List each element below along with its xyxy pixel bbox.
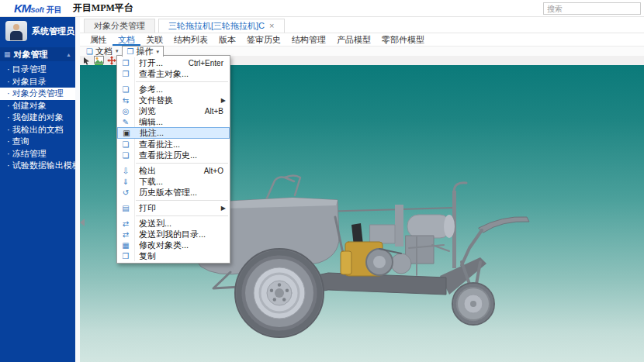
download-icon: ⇓ (119, 178, 132, 186)
sidebar-item-catalog-management[interactable]: 目录管理 (0, 64, 75, 76)
close-tab-icon[interactable]: × (269, 21, 274, 30)
document-icon: ❏ (86, 47, 93, 56)
collapse-arrow-icon[interactable]: ▲ (66, 52, 71, 57)
menu-item-annotate[interactable]: ▣ 批注... (117, 127, 230, 139)
sidebar-item-freeze-management[interactable]: 冻结管理 (0, 148, 75, 160)
sidebar-item-my-created-objects[interactable]: 我创建的对象 (0, 112, 75, 124)
platform-title: 开目MPM平台 (73, 2, 133, 15)
grid-icon: ▦ (4, 50, 11, 58)
open-icon: ❐ (119, 59, 132, 67)
operations-dropdown-menu: ❐ 打开... Ctrl+Enter ❐ 查看主对象... ❏ 参考... ⇆ … (116, 55, 230, 264)
operations-icon: ❐ (126, 47, 133, 56)
menu-item-open[interactable]: ❐ 打开... Ctrl+Enter (117, 57, 230, 68)
tab-part-model[interactable]: 零部件模型 (376, 34, 430, 46)
tab-attributes[interactable]: 属性 (85, 34, 113, 46)
menu-item-view-annotation-history[interactable]: ❏ 查看批注历史... (117, 150, 230, 160)
submenu-arrow-icon: ▶ (221, 205, 226, 212)
chevron-down-icon: ▾ (156, 49, 159, 55)
user-name: 系统管理员 (32, 26, 74, 37)
annotation-history-icon: ❏ (119, 151, 132, 160)
copy-icon: ❒ (119, 252, 132, 260)
logo-cn-text: 开目 (47, 5, 62, 16)
tab-object-classification[interactable]: 对象分类管理 (84, 19, 155, 33)
check-out-icon: ⇩ (119, 167, 132, 175)
tab-product-model[interactable]: 产品模型 (331, 34, 376, 46)
image-view-icon[interactable] (94, 56, 104, 65)
sidebar-item-query[interactable]: 查询 (0, 136, 75, 148)
modify-class-icon: ▦ (119, 241, 132, 250)
operations-menu-button[interactable]: ❐ 操作 ▾ (122, 46, 163, 57)
sidebar-item-create-object[interactable]: 创建对象 (0, 100, 75, 112)
top-bar: KM Soft 开目 开目MPM平台 (0, 0, 644, 17)
menu-item-send-to-my-catalog[interactable]: ⇄ 发送到我的目录... (117, 229, 230, 240)
chevron-down-icon: ▾ (116, 48, 119, 54)
menu-item-reference[interactable]: ❏ 参考... (117, 84, 230, 95)
menu-item-edit[interactable]: ✎ 编辑... (117, 116, 230, 127)
printer-icon: ▤ (119, 204, 132, 212)
application-window: KM Soft 开目 开目MPM平台 系统管理员 ▦ 对象管理 ▲ 目录管理 对… (0, 0, 644, 362)
view-object-icon: ❐ (119, 70, 132, 78)
send-to-icon: ⇄ (119, 219, 132, 228)
reference-icon: ❏ (119, 85, 132, 94)
tab-approval-history[interactable]: 签审历史 (241, 34, 286, 46)
3d-model-tricycle-tractor (176, 171, 564, 362)
menu-item-view-annotations[interactable]: ❏ 查看批注... (117, 139, 230, 150)
sidebar-item-my-checked-out-docs[interactable]: 我检出的文档 (0, 124, 75, 136)
file-replace-icon: ⇆ (119, 96, 132, 105)
edit-pencil-icon: ✎ (119, 118, 132, 126)
tab-relations[interactable]: 关联 (140, 34, 168, 46)
sidebar-item-object-catalog[interactable]: 对象目录 (0, 76, 75, 88)
tab-tricycle-tractor[interactable]: 三轮拖拉机[三轮拖拉机]C× (158, 19, 285, 33)
sidebar-item-test-data-template[interactable]: 试验数据输出模板 (0, 160, 75, 172)
menu-item-history-version-management[interactable]: ↺ 历史版本管理... (117, 187, 230, 198)
detail-tab-bar: 属性 文档 关联 结构列表 版本 签审历史 结构管理 产品模型 零部件模型 (80, 34, 644, 46)
search-input[interactable] (543, 2, 641, 15)
menu-item-download[interactable]: ⇓ 下载... (117, 176, 230, 187)
menu-item-copy[interactable]: ❒ 复制 (117, 250, 230, 261)
submenu-arrow-icon: ▶ (221, 97, 226, 104)
menu-item-check-out[interactable]: ⇩ 检出 Alt+O (117, 165, 230, 176)
send-to-catalog-icon: ⇄ (119, 230, 132, 239)
sidebar: 系统管理员 ▦ 对象管理 ▲ 目录管理 对象目录 对象分类管理 创建对象 我创建… (0, 17, 75, 362)
tab-structure-list[interactable]: 结构列表 (168, 34, 213, 46)
tab-documents[interactable]: 文档 (113, 34, 140, 46)
menu-item-file-replace[interactable]: ⇆ 文件替换 ▶ (117, 95, 230, 105)
collapse-panel-arrow-icon[interactable] (80, 219, 85, 226)
menu-item-modify-object-class[interactable]: ▦ 修改对象类... (117, 240, 230, 250)
menu-item-browse[interactable]: ◎ 浏览 Alt+B (117, 105, 230, 116)
logo-km-text: KM (14, 2, 30, 15)
sidebar-items: 目录管理 对象目录 对象分类管理 创建对象 我创建的对象 我检出的文档 查询 冻… (0, 64, 75, 172)
user-row: 系统管理员 (0, 17, 75, 46)
annotate-icon: ▣ (120, 129, 133, 137)
menu-item-view-main-object[interactable]: ❐ 查看主对象... (117, 68, 230, 79)
sidebar-section-object-management[interactable]: ▦ 对象管理 ▲ (0, 47, 75, 61)
user-avatar (5, 21, 27, 41)
kmsoft-logo: KM Soft 开目 (14, 2, 62, 16)
tab-structure-management[interactable]: 结构管理 (286, 34, 331, 46)
menu-item-print[interactable]: ▤ 打印 ▶ (117, 202, 230, 213)
pan-move-icon[interactable] (106, 56, 116, 65)
select-cursor-icon[interactable] (81, 56, 92, 65)
logo-soft-text: Soft (30, 6, 44, 14)
view-annotations-icon: ❏ (119, 140, 132, 149)
tab-versions[interactable]: 版本 (213, 34, 241, 46)
history-version-icon: ↺ (119, 188, 132, 197)
document-tab-bar: 对象分类管理 三轮拖拉机[三轮拖拉机]C× (80, 19, 644, 33)
sidebar-item-object-classification[interactable]: 对象分类管理 (0, 88, 75, 100)
browse-icon: ◎ (119, 107, 132, 115)
menu-item-send-to[interactable]: ⇄ 发送到... (117, 218, 230, 229)
